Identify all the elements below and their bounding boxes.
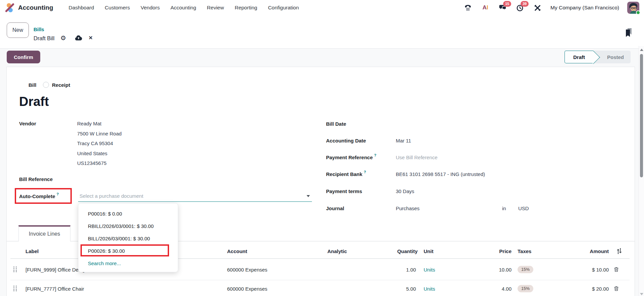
row-quantity[interactable]: 5.00 (382, 286, 416, 292)
tab-invoice-lines[interactable]: Invoice Lines (18, 225, 70, 241)
dropdown-item[interactable]: RBILL/2026/03/0001: $ 30.00 (88, 223, 154, 229)
radio-receipt-label[interactable]: Receipt (52, 82, 70, 88)
bookmark-icon[interactable] (623, 27, 635, 38)
gear-icon[interactable]: ⚙ (60, 34, 66, 42)
row-price[interactable]: 10.00 (478, 267, 512, 273)
vendor-vat: US12345675 (77, 160, 107, 166)
journal-value[interactable]: Purchases (396, 205, 420, 211)
row-quantity[interactable]: 1.00 (382, 267, 416, 273)
trash-icon[interactable] (613, 266, 620, 273)
breadcrumb-current: Draft Bill (34, 35, 54, 42)
scrollbar-thumb[interactable] (640, 54, 643, 177)
radio-bill-label[interactable]: Bill (29, 82, 36, 88)
col-header-price[interactable]: Price (478, 248, 512, 254)
chevron-down-icon[interactable] (307, 195, 310, 197)
payment-reference-value[interactable]: Use Bill Reference (396, 155, 437, 160)
ai-icon[interactable]: AI (481, 3, 490, 12)
user-avatar[interactable] (627, 2, 639, 14)
scrollbar[interactable] (639, 46, 644, 296)
vendor-address-line: Tracy CA 95304 (77, 140, 113, 146)
dropdown-search-more[interactable]: Search more... (88, 260, 121, 266)
radio-receipt[interactable] (43, 82, 49, 88)
phone-icon[interactable] (463, 3, 473, 12)
tools-icon[interactable] (533, 3, 542, 12)
col-header-quantity[interactable]: Quantity (384, 248, 418, 254)
nav-item-configuration[interactable]: Configuration (268, 5, 299, 11)
drag-handle-icon[interactable] (13, 267, 17, 273)
row-account[interactable]: 600000 Expenses (227, 267, 267, 273)
autocomplete-dropdown: P00016: $ 0.00 RBILL/2026/03/0001: $ 30.… (78, 203, 178, 272)
activities-badge: 39 (521, 1, 529, 7)
col-header-amount[interactable]: Amount (558, 248, 609, 254)
app-name[interactable]: Accounting (18, 4, 53, 11)
cloud-upload-icon[interactable] (74, 35, 83, 41)
trash-icon[interactable] (613, 285, 620, 292)
breadcrumb-bills-link[interactable]: Bills (34, 26, 44, 32)
row-amount: $ 10.00 (558, 267, 609, 273)
journal-in-text: in (502, 205, 506, 211)
col-header-analytic[interactable]: Analytic (327, 248, 347, 254)
bill-reference-label: Bill Reference (19, 176, 53, 182)
payment-reference-label: Payment Reference? (326, 154, 376, 161)
nav-item-review[interactable]: Review (207, 5, 224, 11)
nav-item-accounting[interactable]: Accounting (170, 5, 196, 11)
dropdown-item[interactable]: P00016: $ 0.00 (88, 211, 122, 217)
document-state-title: Draft (19, 95, 49, 109)
col-header-account[interactable]: Account (227, 248, 247, 254)
scrollbar-up-arrow[interactable] (640, 49, 643, 51)
table-row-divider (10, 280, 630, 280)
dropdown-item-highlighted[interactable]: P00026: $ 30.00 (88, 248, 125, 254)
nav-item-reporting[interactable]: Reporting (235, 5, 257, 11)
help-icon[interactable]: ? (374, 153, 376, 157)
row-account[interactable]: 600000 Expenses (227, 286, 267, 292)
scrollbar-down-arrow[interactable] (640, 293, 643, 295)
activities-icon[interactable]: 39 (516, 3, 525, 12)
col-header-label[interactable]: Label (25, 248, 39, 254)
col-header-taxes[interactable]: Taxes (518, 248, 531, 254)
state-draft[interactable]: Draft (565, 51, 593, 63)
row-price[interactable]: 4.00 (478, 286, 512, 292)
row-amount: $ 20.00 (558, 286, 609, 292)
messages-icon[interactable]: 15 (498, 3, 507, 12)
close-icon[interactable]: ✕ (89, 35, 93, 41)
nav-item-customers[interactable]: Customers (105, 5, 130, 11)
auto-complete-label: Auto-Complete? (19, 193, 59, 199)
help-icon[interactable]: ? (57, 192, 59, 196)
state-posted[interactable]: Posted (600, 51, 631, 63)
drag-handle-icon[interactable] (13, 286, 17, 292)
journal-currency[interactable]: USD (518, 205, 529, 211)
payment-terms-label: Payment terms (326, 188, 362, 194)
row-label[interactable]: [FURN_7777] Office Chair (25, 286, 84, 292)
vendor-label: Vendor (19, 121, 36, 126)
bill-date-label: Bill Date (326, 121, 346, 127)
journal-label: Journal (326, 205, 344, 211)
optional-columns-icon[interactable] (616, 248, 623, 254)
row-tax-badge[interactable]: 15% (518, 266, 533, 273)
row-unit[interactable]: Units (424, 286, 435, 292)
new-button[interactable]: New (7, 22, 29, 38)
main-menu: Dashboard Customers Vendors Accounting R… (69, 5, 299, 11)
row-tax-badge[interactable]: 15% (518, 285, 533, 292)
accounting-date-label: Accounting Date (326, 138, 366, 143)
form-statusbar (0, 48, 644, 67)
help-icon[interactable]: ? (364, 170, 366, 174)
nav-item-vendors[interactable]: Vendors (141, 5, 160, 11)
vendor-address-line: United States (77, 151, 107, 156)
accounting-date-value[interactable]: Mar 11 (396, 138, 411, 143)
odoo-accounting-app: Accounting Dashboard Customers Vendors A… (0, 0, 644, 296)
company-switcher[interactable]: My Company (San Francisco) (550, 5, 619, 11)
accounting-app-logo-icon[interactable] (5, 3, 15, 13)
confirm-button[interactable]: Confirm (7, 51, 40, 63)
vendor-address-line: 7500 W Linne Road (77, 131, 122, 136)
col-header-unit[interactable]: Unit (424, 248, 433, 254)
row-unit[interactable]: Units (424, 267, 435, 273)
vendor-name[interactable]: Ready Mat (77, 121, 102, 126)
payment-terms-value[interactable]: 30 Days (396, 188, 414, 194)
nav-item-dashboard[interactable]: Dashboard (69, 5, 94, 11)
dropdown-item[interactable]: BILL/2026/03/0001: $ 30.00 (88, 236, 150, 241)
top-navbar: Accounting Dashboard Customers Vendors A… (0, 0, 644, 15)
recipient-bank-value[interactable]: BE61 3101 2698 5517 - ING (untrusted) (396, 171, 485, 177)
recipient-bank-label: Recipient Bank? (326, 171, 366, 177)
auto-complete-input[interactable] (78, 190, 312, 202)
state-widget: Draft Posted (565, 51, 631, 63)
